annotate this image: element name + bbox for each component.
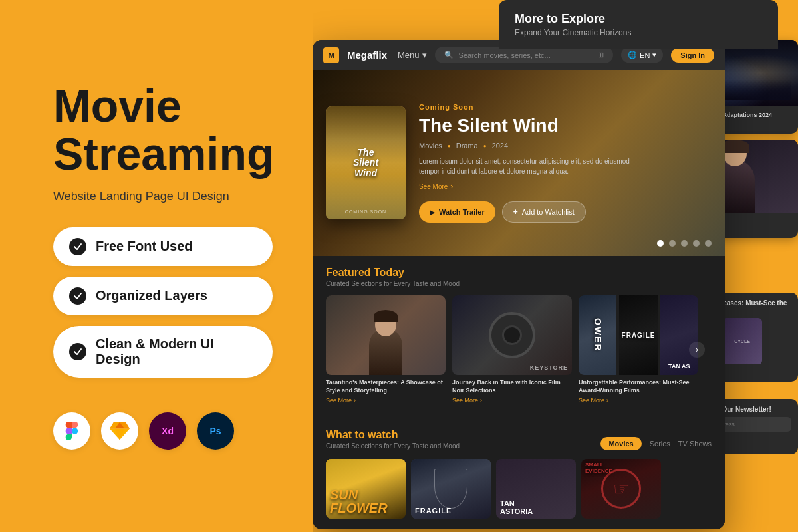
- more-to-explore-card: More to Explore Expand Your Cinematic Ho…: [499, 0, 778, 49]
- feature-badge-clean-ui: Clean & Modern UI Design: [53, 326, 273, 378]
- left-panel: Movie Streaming Website Landing Page UI …: [0, 0, 326, 532]
- add-to-watchlist-button[interactable]: Add to Watchlist: [502, 201, 586, 223]
- search-placeholder: Search movies, series, etc...: [459, 51, 551, 59]
- feature-badge-free-font: Free Font Used: [53, 227, 273, 266]
- featured-card-img-1: [326, 295, 446, 375]
- hero-pagination-dots: [657, 240, 712, 247]
- play-icon: [430, 208, 435, 216]
- feature-label-free-font: Free Font Used: [96, 239, 193, 254]
- power-text: OWER: [593, 318, 603, 352]
- meta-dot-1: ●: [448, 143, 451, 149]
- featured-card-tarantino: Tarantino's Masterpieces: A Showcase of …: [326, 295, 446, 404]
- subtitle: Website Landing Page UI Design: [53, 190, 273, 203]
- dot-4[interactable]: [693, 240, 700, 247]
- featured-section: Featured Today Curated Selections for Ev…: [313, 256, 725, 422]
- sketch-icon: [101, 412, 138, 450]
- logo-box: M: [323, 47, 339, 63]
- featured-grid: Tarantino's Masterpieces: A Showcase of …: [326, 295, 712, 404]
- watch-subtitle: Curated Selections for Every Taste and M…: [326, 442, 460, 450]
- hero-year: 2024: [492, 142, 508, 150]
- meta-dot-2: ●: [483, 143, 487, 149]
- featured-card-see-more-3[interactable]: See More ›: [579, 397, 698, 404]
- browser-mockup: M Megaflix Menu ▾ 🔍 Search movies, serie…: [313, 40, 725, 529]
- tool-icons: Xd Ps: [53, 412, 273, 450]
- hero-content: Coming Soon The Silent Wind Movies ● Dra…: [419, 103, 712, 223]
- featured-card-see-more-2[interactable]: See More ›: [452, 397, 572, 404]
- watch-movie-sunflower: SUNFLOWER: [326, 459, 406, 519]
- featured-subtitle: Curated Selections for Every Taste and M…: [326, 280, 712, 287]
- logo-name: Megaflix: [347, 49, 387, 61]
- sunflower-title: SUNFLOWER: [330, 488, 388, 515]
- feature-label-organized-layers: Organized Layers: [96, 288, 207, 303]
- watch-header: What to watch Curated Selections for Eve…: [326, 429, 712, 458]
- right-panel: More to Explore Expand Your Cinematic Ho…: [313, 0, 798, 532]
- movie-poster: TheSilentWind COMING SOON: [326, 106, 406, 219]
- poster-label: COMING SOON: [345, 209, 386, 214]
- signin-button[interactable]: Sign In: [671, 48, 714, 63]
- check-icon-free-font: [69, 238, 86, 255]
- featured-card-title-2: Journey Back in Time with Iconic Film No…: [452, 379, 572, 394]
- film-reel-icon: [489, 312, 535, 358]
- watch-trailer-button[interactable]: Watch Trailer: [419, 201, 495, 223]
- plus-icon: [513, 207, 518, 217]
- small-evidence-title: SMALLEVIDENCE: [585, 462, 657, 515]
- hero-description: Lorem ipsum dolor sit amet, consectetur …: [419, 156, 632, 176]
- watch-movie-small-evidence: ☞ SMALLEVIDENCE: [581, 459, 661, 519]
- chevron-icon-2: ›: [480, 397, 482, 404]
- watch-tabs: Movies Series TV Shows: [600, 437, 712, 450]
- chevron-icon-1: ›: [354, 397, 356, 404]
- dot-2[interactable]: [669, 240, 676, 247]
- tab-tv-shows[interactable]: TV Shows: [678, 440, 712, 448]
- menu-button[interactable]: Menu ▾: [398, 50, 427, 60]
- watch-movies-grid: SUNFLOWER FRAGILE TANASTORIA ☞ SMALLEVID…: [326, 459, 712, 519]
- watch-title: What to watch: [326, 429, 460, 441]
- hero-section: TheSilentWind COMING SOON Coming Soon Th…: [313, 70, 725, 256]
- ps-icon: Ps: [197, 412, 234, 450]
- upcoming-img-2: CYCLE: [722, 318, 762, 364]
- more-to-explore-subtitle: Expand Your Cinematic Horizons: [515, 28, 762, 37]
- dot-1[interactable]: [657, 240, 664, 247]
- tab-series[interactable]: Series: [650, 440, 670, 448]
- featured-card-noir: KEYSTORE Journey Back in Time with Iconi…: [452, 295, 572, 404]
- more-to-explore-title: More to Explore: [515, 12, 762, 26]
- check-icon-organized-layers: [69, 287, 86, 305]
- hero-genre: Movies: [419, 142, 442, 150]
- check-icon-clean-ui: [69, 343, 86, 360]
- featured-title: Featured Today: [326, 267, 712, 279]
- figma-icon: [53, 412, 90, 450]
- feature-label-clean-ui: Clean & Modern UI Design: [96, 336, 257, 367]
- fragile-title: FRAGILE: [415, 507, 452, 515]
- chevron-right-icon: [450, 182, 453, 191]
- see-more-link[interactable]: See More: [419, 182, 712, 191]
- tab-movies[interactable]: Movies: [600, 437, 641, 450]
- chevron-icon-3: ›: [606, 397, 608, 404]
- tan-astoria-title: TANASTORIA: [500, 499, 533, 515]
- poster-title: TheSilentWind: [353, 148, 378, 178]
- hero-meta: Movies ● Drama ● 2024: [419, 142, 712, 150]
- hero-movie-title: The Silent Wind: [419, 115, 712, 136]
- watch-section: What to watch Curated Selections for Eve…: [313, 422, 725, 529]
- dot-5[interactable]: [705, 240, 712, 247]
- featured-card-awards: OWER FRAGILE TAN AS Unforgettable Perfor…: [579, 295, 698, 404]
- watch-movie-fragile: FRAGILE: [411, 459, 491, 519]
- hero-actions: Watch Trailer Add to Watchlist: [419, 201, 712, 223]
- watch-movie-tan-astoria: TANASTORIA: [496, 459, 576, 519]
- hero-type: Drama: [456, 142, 478, 150]
- xd-icon: Xd: [149, 412, 186, 450]
- language-button[interactable]: 🌐 EN ▾: [621, 47, 663, 63]
- main-title: Movie Streaming: [53, 82, 273, 178]
- featured-card-title-1: Tarantino's Masterpieces: A Showcase of …: [326, 379, 446, 394]
- featured-card-img-2: KEYSTORE: [452, 295, 572, 375]
- person-silhouette: [326, 295, 446, 375]
- featured-next-arrow[interactable]: ›: [689, 342, 705, 358]
- search-icon: 🔍: [444, 51, 454, 59]
- coming-soon-tag: Coming Soon: [419, 103, 712, 111]
- featured-card-see-more-1[interactable]: See More ›: [326, 397, 446, 404]
- featured-card-title-3: Unforgettable Performances: Must-See Awa…: [579, 379, 698, 394]
- dot-3[interactable]: [681, 240, 688, 247]
- feature-badge-organized-layers: Organized Layers: [53, 277, 273, 315]
- filter-icon: ⊞: [598, 51, 604, 59]
